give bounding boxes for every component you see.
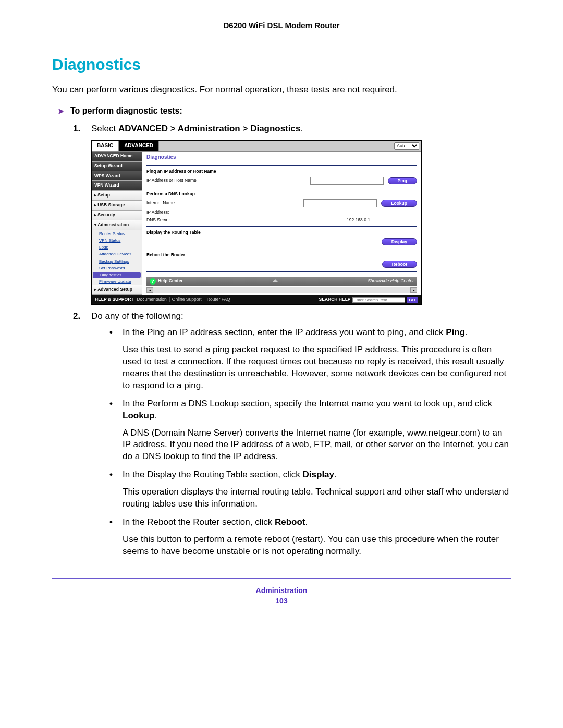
- ping-description: Use this test to send a ping packet requ…: [123, 344, 511, 392]
- ping-section-title: Ping an IP address or Host Name: [146, 169, 417, 175]
- sidebar-usb[interactable]: USB Storage: [92, 201, 142, 211]
- sidebar-sub-firmware[interactable]: Firmware Update: [92, 278, 142, 285]
- help-center-label: Help Center: [158, 278, 183, 285]
- language-select[interactable]: Auto: [394, 142, 419, 150]
- bullet-display: • In the Display the Routing Table secti…: [109, 469, 511, 510]
- sidebar-sub-vpn-status[interactable]: VPN Status: [92, 237, 142, 244]
- step-2: Do any of the following: • In the Ping a…: [73, 310, 511, 558]
- internet-name-input[interactable]: [303, 199, 377, 207]
- bullet-reboot: • In the Reboot the Router section, clic…: [109, 516, 511, 558]
- sidebar-sub-logs[interactable]: Logs: [92, 244, 142, 251]
- sidebar: ADVANCED Home Setup Wizard WPS Wizard VP…: [92, 152, 142, 295]
- step-1-prefix: Select: [91, 124, 118, 133]
- step-2-text: Do any of the following:: [91, 311, 183, 321]
- ip-address-label: IP Address:: [146, 209, 227, 216]
- tab-basic[interactable]: BASIC: [92, 141, 119, 151]
- sidebar-advanced-setup[interactable]: Advanced Setup: [92, 285, 142, 295]
- bullet-icon: •: [109, 516, 113, 528]
- sidebar-sub-password[interactable]: Set Password: [92, 265, 142, 272]
- link-documentation[interactable]: Documentation: [137, 297, 166, 303]
- page-footer: Administration 103: [52, 578, 511, 605]
- internet-name-label: Internet Name:: [146, 200, 227, 206]
- bullet-icon: •: [109, 327, 113, 339]
- reboot-button[interactable]: Reboot: [382, 261, 417, 268]
- link-router-faq[interactable]: Router FAQ: [207, 297, 230, 303]
- bullet-icon: •: [109, 398, 113, 410]
- search-help-label: SEARCH HELP: [319, 297, 351, 303]
- caret-up-icon[interactable]: [272, 279, 278, 282]
- sidebar-security[interactable]: Security: [92, 211, 142, 220]
- bullet-ping: • In the Ping an IP address section, ent…: [109, 327, 511, 392]
- lookup-button[interactable]: Lookup: [381, 200, 417, 207]
- footer-page-number: 103: [52, 597, 511, 605]
- dns-server-label: DNS Server:: [146, 217, 227, 224]
- footer-bar: HELP & SUPPORT Documentation | Online Su…: [92, 295, 421, 304]
- footer-section: Administration: [52, 586, 511, 595]
- routing-section-title: Display the Routing Table: [146, 230, 417, 236]
- sidebar-vpn-wizard[interactable]: VPN Wizard: [92, 181, 142, 191]
- help-icon: ?: [150, 278, 156, 285]
- panel-title: Diagnostics: [146, 154, 417, 161]
- step-1: Select ADVANCED > Administration > Diagn…: [73, 122, 511, 305]
- reboot-section-title: Reboot the Router: [146, 252, 417, 258]
- task-line: ➤ To perform diagnostic tests:: [57, 106, 511, 116]
- task-title: To perform diagnostic tests:: [70, 106, 182, 116]
- bullet-icon: •: [109, 469, 113, 481]
- scroll-right-icon[interactable]: ▸: [410, 287, 417, 293]
- ping-label: IP Address or Host Name: [146, 178, 227, 184]
- step-1-suffix: .: [300, 124, 303, 133]
- search-input[interactable]: [352, 297, 405, 303]
- reboot-description: Use this button to perform a remote rebo…: [123, 534, 511, 558]
- help-support-label: HELP & SUPPORT: [95, 297, 133, 303]
- dns-server-value: 192.168.0.1: [347, 217, 370, 224]
- sidebar-home[interactable]: ADVANCED Home: [92, 152, 142, 162]
- sidebar-sub-router-status[interactable]: Router Status: [92, 230, 142, 237]
- dns-section-title: Perform a DNS Lookup: [146, 191, 417, 198]
- h-scrollbar[interactable]: ◂ ▸: [146, 287, 417, 293]
- display-description: This operation displays the internal rou…: [123, 486, 511, 510]
- ping-button[interactable]: Ping: [388, 177, 417, 184]
- bullet-lookup: • In the Perform a DNS Lookup section, s…: [109, 398, 511, 463]
- tab-advanced[interactable]: ADVANCED: [119, 141, 159, 151]
- document-title: D6200 WiFi DSL Modem Router: [52, 21, 511, 30]
- router-ui-screenshot: BASIC ADVANCED Auto ADVANCED Home Setup …: [91, 140, 422, 305]
- section-heading: Diagnostics: [52, 56, 511, 73]
- intro-paragraph: You can perform various diagnostics. For…: [52, 84, 511, 96]
- link-online-support[interactable]: Online Support: [172, 297, 202, 303]
- tab-bar: BASIC ADVANCED Auto: [92, 141, 421, 152]
- main-panel: Diagnostics Ping an IP address or Host N…: [142, 152, 421, 295]
- go-button[interactable]: GO: [407, 297, 418, 303]
- language-select-wrap: Auto: [394, 141, 421, 151]
- display-button[interactable]: Display: [382, 238, 417, 245]
- scroll-left-icon[interactable]: ◂: [146, 287, 153, 293]
- sidebar-setup[interactable]: Setup: [92, 191, 142, 201]
- sidebar-sub-backup[interactable]: Backup Settings: [92, 258, 142, 265]
- sidebar-wps-wizard[interactable]: WPS Wizard: [92, 171, 142, 181]
- sidebar-sub-diagnostics[interactable]: Diagnostics: [93, 272, 141, 278]
- lookup-description: A DNS (Domain Name Server) converts the …: [123, 427, 511, 463]
- chevron-right-icon: ➤: [57, 106, 64, 116]
- help-toggle-link[interactable]: Show/Hide Help Center: [368, 278, 414, 285]
- sidebar-setup-wizard[interactable]: Setup Wizard: [92, 162, 142, 171]
- ping-input[interactable]: [310, 177, 384, 185]
- help-bar: ? Help Center Show/Hide Help Center: [146, 277, 417, 286]
- sidebar-sub-attached[interactable]: Attached Devices: [92, 251, 142, 257]
- sidebar-administration[interactable]: Administration: [92, 220, 142, 230]
- step-1-path: ADVANCED > Administration > Diagnostics: [118, 124, 301, 133]
